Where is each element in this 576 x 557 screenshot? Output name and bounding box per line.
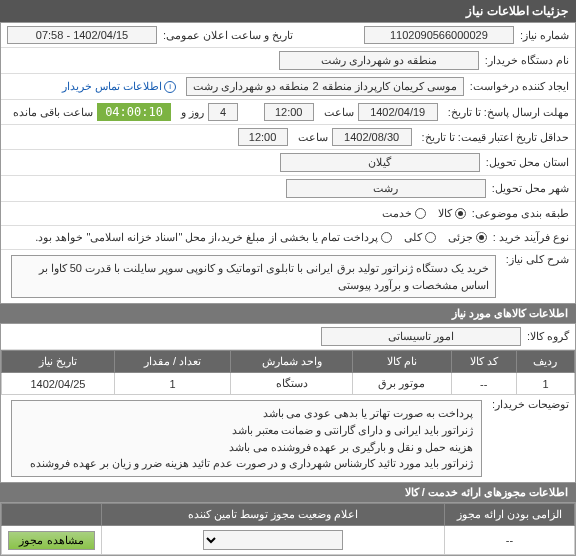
buyer-notes-box: پرداخت به صورت تهاتر یا بدهی عودی می باش… — [11, 400, 482, 477]
purchase-type-radio-group: جزئی کلی — [404, 231, 487, 244]
buyer-notes-label: توضیحات خریدار: — [492, 398, 569, 411]
status-select[interactable] — [203, 530, 343, 550]
city-label: شهر محل تحویل: — [492, 182, 569, 195]
radio-dot-icon — [381, 232, 392, 243]
permits-section: الزامی بودن ارائه مجوز اعلام وضعیت مجوز … — [0, 502, 576, 556]
treasury-note-check: پرداخت تمام یا بخشی از مبلغ خرید،از محل … — [35, 231, 392, 244]
col-qty: تعداد / مقدار — [114, 351, 231, 373]
goods-group-label: گروه کالا: — [527, 330, 569, 343]
announce-value: 1402/04/15 - 07:58 — [7, 26, 157, 44]
radio-service[interactable]: خدمت — [382, 207, 426, 220]
days-value: 4 — [208, 103, 238, 121]
col-unit: واحد شمارش — [231, 351, 353, 373]
permits-header-row: الزامی بودن ارائه مجوز اعلام وضعیت مجوز … — [2, 504, 575, 526]
price-hour-value: 12:00 — [238, 128, 288, 146]
province-value: گیلان — [280, 153, 480, 172]
cell-code: -- — [451, 373, 516, 395]
reply-hour-value: 12:00 — [264, 103, 314, 121]
page-title: جزئیات اطلاعات نیاز — [466, 4, 568, 18]
need-number-value: 1102090566000029 — [364, 26, 514, 44]
need-details-section: شماره نیاز: 1102090566000029 تاریخ و ساع… — [0, 22, 576, 304]
permits-table: الزامی بودن ارائه مجوز اعلام وضعیت مجوز … — [1, 503, 575, 555]
remaining-label: ساعت باقی مانده — [13, 106, 93, 119]
radio-dot-icon — [425, 232, 436, 243]
price-valid-label: حداقل تاریخ اعتبار قیمت: تا تاریخ: — [422, 131, 569, 144]
cell-qty: 1 — [114, 373, 231, 395]
radio-total-label: کلی — [404, 231, 422, 244]
cell-date: 1402/04/25 — [2, 373, 115, 395]
view-permit-button[interactable]: مشاهده مجوز — [8, 531, 94, 550]
cell-name: موتور برق — [352, 373, 451, 395]
radio-goods-label: کالا — [438, 207, 452, 220]
note-line: ژنراتور باید ایرانی و دارای گارانتی و ضم… — [20, 422, 473, 439]
requester-label: ایجاد کننده درخواست: — [470, 80, 569, 93]
price-date-value: 1402/08/30 — [332, 128, 412, 146]
general-desc-label: شرح کلی نیاز: — [506, 253, 569, 266]
note-line: پرداخت به صورت تهاتر یا بدهی عودی می باش… — [20, 405, 473, 422]
purchase-type-label: نوع فرآیند خرید : — [493, 231, 569, 244]
radio-dot-icon — [415, 208, 426, 219]
cell-status — [102, 526, 445, 555]
radio-dot-checked-icon — [476, 232, 487, 243]
category-radio-group: کالا خدمت — [382, 207, 466, 220]
category-label: طبقه بندی موضوعی: — [472, 207, 569, 220]
note-line: ژنراتور باید مورد تائید کارشناس شهرداری … — [20, 455, 473, 472]
note-line: هزینه حمل و نقل و بارگیری بر عهده فروشند… — [20, 439, 473, 456]
cell-action: مشاهده مجوز — [2, 526, 102, 555]
goods-table: ردیف کد کالا نام کالا واحد شمارش تعداد /… — [1, 350, 575, 395]
radio-partial-label: جزئی — [448, 231, 473, 244]
col-name: نام کالا — [352, 351, 451, 373]
goods-group-value: امور تاسیساتی — [321, 327, 521, 346]
reply-date-value: 1402/04/19 — [358, 103, 438, 121]
permits-section-header: اطلاعات مجوزهای ارائه خدمت / کالا — [0, 483, 576, 502]
radio-service-label: خدمت — [382, 207, 412, 220]
cell-mandatory: -- — [445, 526, 575, 555]
goods-section: گروه کالا: امور تاسیساتی ردیف کد کالا نا… — [0, 323, 576, 483]
reply-deadline-label: مهلت ارسال پاسخ: تا تاریخ: — [448, 106, 569, 119]
col-mandatory: الزامی بودن ارائه مجوز — [445, 504, 575, 526]
requester-value: موسی کریمان کارپرداز منطقه 2 منطقه دو شه… — [186, 77, 464, 96]
need-number-label: شماره نیاز: — [520, 29, 569, 42]
col-date: تاریخ نیاز — [2, 351, 115, 373]
table-row[interactable]: 1 -- موتور برق دستگاه 1 1402/04/25 — [2, 373, 575, 395]
page-header: جزئیات اطلاعات نیاز — [0, 0, 576, 22]
announce-label: تاریخ و ساعت اعلان عمومی: — [163, 29, 293, 42]
buyer-contact-link[interactable]: i اطلاعات تماس خریدار — [62, 80, 176, 93]
radio-total[interactable]: کلی — [404, 231, 436, 244]
cell-unit: دستگاه — [231, 373, 353, 395]
goods-table-header-row: ردیف کد کالا نام کالا واحد شمارش تعداد /… — [2, 351, 575, 373]
col-action — [2, 504, 102, 526]
province-label: استان محل تحویل: — [486, 156, 569, 169]
treasury-note-text: پرداخت تمام یا بخشی از مبلغ خرید،از محل … — [35, 231, 378, 244]
col-row: ردیف — [516, 351, 574, 373]
table-row: -- مشاهده مجوز — [2, 526, 575, 555]
day-and-label: روز و — [181, 106, 204, 119]
countdown-timer: 04:00:10 — [97, 103, 171, 121]
radio-goods[interactable]: کالا — [438, 207, 466, 220]
radio-dot-checked-icon — [455, 208, 466, 219]
radio-partial[interactable]: جزئی — [448, 231, 487, 244]
hour-label-1: ساعت — [324, 106, 354, 119]
city-value: رشت — [286, 179, 486, 198]
col-code: کد کالا — [451, 351, 516, 373]
contact-link-text: اطلاعات تماس خریدار — [62, 80, 162, 93]
col-status: اعلام وضعیت مجوز توسط تامین کننده — [102, 504, 445, 526]
buyer-org-value: منطقه دو شهرداری رشت — [279, 51, 479, 70]
info-icon: i — [164, 81, 176, 93]
cell-row: 1 — [516, 373, 574, 395]
goods-section-header: اطلاعات کالاهای مورد نیاز — [0, 304, 576, 323]
buyer-org-label: نام دستگاه خریدار: — [485, 54, 569, 67]
general-desc-box: خرید یک دستگاه ژنراتور تولید برق ایرانی … — [11, 255, 496, 298]
hour-label-2: ساعت — [298, 131, 328, 144]
